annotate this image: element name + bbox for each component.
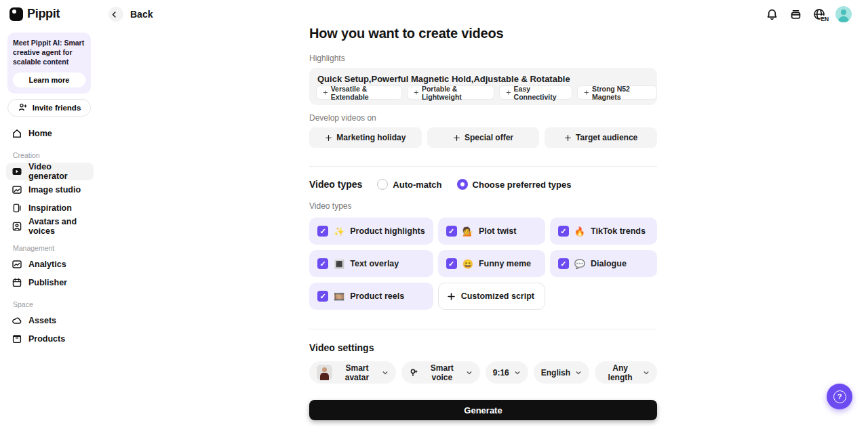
develop-option-label: Marketing holiday (336, 133, 406, 142)
checkbox-checked[interactable] (558, 226, 569, 237)
pippit-logo-icon (9, 7, 23, 21)
checkbox-checked[interactable] (446, 258, 457, 269)
invite-friends-button[interactable]: Invite friends (7, 99, 91, 117)
chevron-left-icon (111, 9, 121, 20)
sidebar-item-analytics[interactable]: Analytics (6, 256, 94, 273)
help-button[interactable]: ? (827, 384, 852, 409)
video-types-label: Video types (309, 179, 362, 190)
type-card-plot-twist[interactable]: 💁 Plot twist (438, 218, 545, 245)
back-label: Back (130, 9, 153, 20)
chevron-down-icon (382, 369, 389, 376)
publisher-icon (12, 277, 22, 288)
sidebar-item-inspiration[interactable]: Inspiration (6, 199, 94, 217)
film-icon: 🎞️ (334, 292, 344, 301)
radio-icon[interactable] (377, 179, 388, 190)
radio-icon-selected[interactable] (457, 179, 468, 190)
checkbox-checked[interactable] (446, 226, 457, 237)
chevron-down-icon (575, 369, 582, 376)
invite-friends-label: Invite friends (33, 104, 81, 112)
type-card-product-highlights[interactable]: ✨ Product highlights (309, 218, 433, 245)
highlights-value[interactable]: Quick Setup,Powerful Magnetic Hold,Adjus… (317, 74, 649, 84)
suggestion-tag-label: Portable & Lightweight (422, 85, 488, 101)
customized-script-button[interactable]: Customized script (438, 283, 545, 310)
sidebar-item-products[interactable]: Products (6, 330, 94, 348)
globe-icon[interactable]: EN (812, 7, 827, 22)
type-card-funny-meme[interactable]: 😄 Funny meme (438, 250, 545, 277)
video-types-sublabel: Video types (309, 201, 352, 211)
main-panel: How you want to create videos Highlights… (309, 0, 657, 427)
add-target-audience-button[interactable]: Target audience (545, 127, 657, 148)
add-special-offer-button[interactable]: Special offer (427, 127, 540, 148)
language-select[interactable]: English (534, 361, 589, 384)
plus-icon (584, 89, 589, 96)
voice-select[interactable]: Smart voice (401, 361, 480, 384)
plus-icon (325, 134, 332, 142)
suggestion-tag[interactable]: Strong N52 Magnets (577, 85, 657, 100)
sidebar-item-home[interactable]: Home (6, 125, 94, 142)
app: Pippit Back (0, 0, 868, 427)
add-marketing-holiday-button[interactable]: Marketing holiday (309, 127, 422, 148)
sidebar-item-avatars-and-voices[interactable]: Avatars and voices (6, 218, 94, 235)
section-label-management: Management (7, 244, 91, 252)
sidebar-item-label: Inspiration (28, 203, 72, 213)
promo-text: Meet Pippit AI: Smart creative agent for… (13, 38, 85, 67)
radio-choose-preferred-types[interactable]: Choose preferred types (457, 179, 572, 190)
avatar-select[interactable]: Smart avatar (309, 361, 396, 384)
avatars-icon (12, 221, 22, 232)
person-plus-icon (18, 102, 28, 113)
sidebar: Meet Pippit AI: Smart creative agent for… (0, 30, 98, 351)
sidebar-item-assets[interactable]: Assets (6, 312, 94, 329)
sidebar-item-publisher[interactable]: Publisher (6, 274, 94, 291)
sidebar-item-label: Image studio (28, 185, 81, 195)
image-studio-icon (12, 184, 22, 195)
sidebar-item-image-studio[interactable]: Image studio (6, 181, 94, 199)
type-card-dialogue[interactable]: 💬 Dialogue (550, 250, 657, 277)
section-label-creation: Creation (7, 151, 91, 159)
suggestion-tag[interactable]: Versatile & Extendable (316, 85, 402, 100)
chevron-down-icon (466, 369, 473, 376)
sidebar-item-video-generator[interactable]: Video generator (6, 163, 94, 180)
brand-name: Pippit (27, 7, 60, 21)
generate-button[interactable]: Generate (309, 400, 657, 420)
type-card-tiktok-trends[interactable]: 🔥 TikTok trends (550, 218, 657, 245)
back-button[interactable] (108, 7, 123, 22)
sidebar-item-label: Publisher (28, 278, 67, 287)
learn-more-button[interactable]: Learn more (13, 73, 85, 87)
sidebar-item-label: Video generator (28, 162, 88, 181)
aspect-ratio-select[interactable]: 9:16 (486, 361, 528, 384)
bell-icon[interactable] (764, 7, 779, 22)
wallet-icon[interactable] (788, 7, 803, 22)
checkbox-checked[interactable] (317, 258, 328, 269)
suggestion-tag[interactable]: Portable & Lightweight (407, 85, 494, 100)
radio-auto-match[interactable]: Auto-match (377, 179, 441, 190)
type-card-text-overlay[interactable]: 🔳 Text overlay (309, 250, 433, 277)
sidebar-item-label: Analytics (28, 260, 66, 269)
video-generator-icon (12, 166, 22, 177)
length-select[interactable]: Any length (595, 361, 657, 384)
type-card-label: Product highlights (350, 226, 425, 236)
sparkles-icon: ✨ (334, 227, 344, 236)
video-settings-row: Smart avatar Smart voice 9:16 (309, 361, 657, 384)
checkbox-checked[interactable] (558, 258, 569, 269)
checkbox-checked[interactable] (317, 226, 328, 237)
page-title: How you want to create videos (309, 26, 504, 41)
type-card-label: TikTok trends (591, 226, 646, 236)
user-avatar[interactable] (835, 6, 852, 22)
radio-label: Choose preferred types (473, 180, 572, 190)
plus-icon (506, 89, 511, 96)
suggestion-tag[interactable]: Easy Connectivity (499, 85, 572, 100)
plus-icon (323, 89, 328, 96)
plus-icon (564, 134, 572, 142)
suggestion-tag-label: Easy Connectivity (514, 85, 566, 101)
suggestion-tag-label: Versatile & Extendable (331, 85, 396, 101)
type-card-label: Plot twist (479, 226, 517, 236)
checkbox-checked[interactable] (317, 291, 328, 302)
question-mark-icon: ? (833, 390, 846, 403)
length-select-value: Any length (602, 363, 638, 382)
type-card-product-reels[interactable]: 🎞️ Product reels (309, 283, 433, 310)
language-label: EN (821, 16, 829, 22)
type-card-label: Customized script (461, 291, 534, 301)
speech-bubble-icon: 💬 (574, 260, 585, 268)
highlights-input[interactable]: Quick Setup,Powerful Magnetic Hold,Adjus… (309, 68, 657, 105)
plus-icon (453, 134, 460, 142)
